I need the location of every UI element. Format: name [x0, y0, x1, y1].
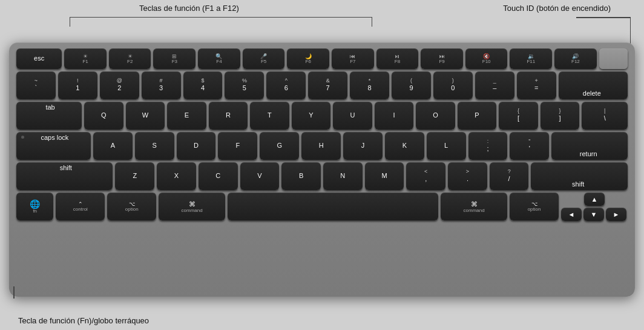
key-q[interactable]: Q [84, 102, 123, 130]
key-0[interactable]: )0 [433, 71, 473, 99]
key-4[interactable]: $4 [183, 71, 223, 99]
key-n[interactable]: N [323, 162, 363, 190]
key-f7[interactable]: ⏮F7 [332, 48, 374, 69]
key-tab[interactable]: tab [16, 102, 82, 130]
key-f11[interactable]: 🔉F11 [510, 48, 552, 69]
key-arrow-left[interactable]: ◄ [561, 208, 582, 221]
caps-lock-indicator [21, 136, 24, 139]
key-command-right[interactable]: ⌘ command [441, 193, 507, 220]
key-2[interactable]: @2 [100, 71, 139, 99]
key-delete[interactable]: delete [559, 71, 628, 99]
key-backtick[interactable]: ~` [16, 71, 56, 99]
key-option-right[interactable]: ⌥ option [510, 193, 559, 220]
key-minus[interactable]: _– [475, 71, 514, 99]
key-touch-id[interactable] [599, 48, 628, 69]
fn-globe-bracket-line [13, 286, 15, 299]
key-w[interactable]: W [126, 102, 165, 130]
key-shift-right[interactable]: shift [531, 162, 627, 190]
key-arrow-right[interactable]: ► [606, 208, 626, 221]
key-o[interactable]: O [416, 102, 455, 130]
key-m[interactable]: M [365, 162, 404, 190]
keyboard-body: esc ☀F1 ☀F2 ⊞F3 🔍F4 🎤F5 🌙F6 ⏮F7 ⏯F8 ⏭F9 … [9, 42, 635, 297]
key-equals[interactable]: += [517, 71, 556, 99]
fn-keys-bracket [70, 17, 372, 27]
key-f2[interactable]: ☀F2 [109, 48, 151, 69]
key-6[interactable]: ^6 [266, 71, 306, 99]
key-1[interactable]: !1 [58, 71, 97, 99]
key-esc[interactable]: esc [16, 48, 62, 69]
key-9[interactable]: (9 [392, 71, 431, 99]
key-option-left[interactable]: ⌥ option [107, 193, 156, 220]
key-c[interactable]: C [199, 162, 238, 190]
annotation-fn-keys-label: Teclas de función (F1 a F12) [139, 4, 239, 13]
key-j[interactable]: J [343, 132, 383, 160]
key-d[interactable]: D [177, 132, 216, 160]
key-open-bracket[interactable]: {[ [499, 102, 538, 130]
key-3[interactable]: #3 [142, 71, 181, 99]
annotation-fn-globe-label: Tecla de función (Fn)/globo terráqueo [18, 316, 149, 325]
key-5[interactable]: %5 [225, 71, 264, 99]
key-shift-left[interactable]: shift [16, 162, 113, 190]
key-slash[interactable]: ?/ [490, 162, 529, 190]
key-f9[interactable]: ⏭F9 [421, 48, 463, 69]
key-close-bracket[interactable]: }] [540, 102, 580, 130]
key-arrow-up[interactable]: ▲ [584, 193, 605, 206]
touch-id-horiz-line [576, 17, 631, 18]
key-quote[interactable]: "' [510, 132, 549, 160]
key-g[interactable]: G [260, 132, 299, 160]
key-x[interactable]: X [157, 162, 196, 190]
key-k[interactable]: K [385, 132, 424, 160]
key-b[interactable]: B [281, 162, 321, 190]
key-l[interactable]: L [427, 132, 466, 160]
key-h[interactable]: H [301, 132, 341, 160]
key-u[interactable]: U [333, 102, 372, 130]
touch-id-bracket [630, 17, 631, 45]
key-f12[interactable]: 🔊F12 [554, 48, 597, 69]
key-arrow-down[interactable]: ▼ [583, 208, 604, 221]
key-space[interactable] [228, 193, 438, 220]
key-z[interactable]: Z [115, 162, 154, 190]
key-command-left[interactable]: ⌘ command [159, 193, 225, 220]
key-t[interactable]: T [250, 102, 289, 130]
key-comma[interactable]: <, [406, 162, 445, 190]
key-8[interactable]: *8 [350, 71, 389, 99]
key-f[interactable]: F [218, 132, 257, 160]
key-e[interactable]: E [167, 102, 206, 130]
key-f6[interactable]: 🌙F6 [287, 48, 329, 69]
key-f4[interactable]: 🔍F4 [198, 48, 240, 69]
key-f1[interactable]: ☀F1 [64, 48, 107, 69]
key-f5[interactable]: 🎤F5 [243, 48, 285, 69]
annotation-touch-id-label: Touch ID (botón de encendido) [503, 4, 611, 13]
key-a[interactable]: A [93, 132, 133, 160]
key-f10[interactable]: 🔇F10 [465, 48, 508, 69]
key-v[interactable]: V [240, 162, 280, 190]
key-f3[interactable]: ⊞F3 [153, 48, 196, 69]
key-i[interactable]: I [375, 102, 414, 130]
key-semicolon[interactable]: :; [468, 132, 508, 160]
key-y[interactable]: Y [292, 102, 331, 130]
key-r[interactable]: R [209, 102, 248, 130]
key-control[interactable]: ⌃ control [56, 193, 105, 220]
key-backslash[interactable]: |\ [582, 102, 628, 130]
key-fn-globe[interactable]: 🌐 fn [16, 193, 53, 220]
key-period[interactable]: >. [448, 162, 487, 190]
key-p[interactable]: P [458, 102, 497, 130]
key-s[interactable]: S [135, 132, 174, 160]
key-caps-lock[interactable]: caps lock [16, 132, 91, 160]
key-f8[interactable]: ⏯F8 [376, 48, 419, 69]
key-7[interactable]: &7 [308, 71, 347, 99]
key-return[interactable]: return [551, 132, 628, 160]
